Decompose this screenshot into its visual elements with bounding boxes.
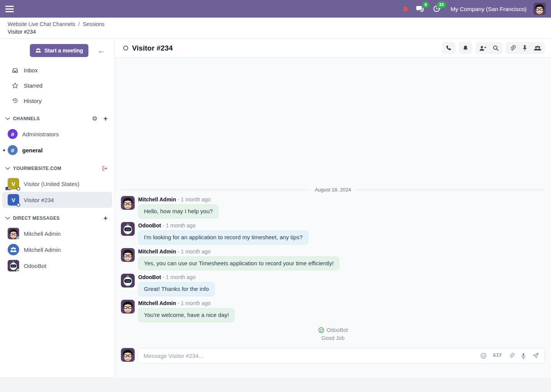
breadcrumb-sessions[interactable]: Sessions — [83, 21, 104, 27]
messages-icon[interactable]: 6 — [415, 4, 425, 14]
chat-title[interactable]: Visitor #234 — [132, 44, 173, 52]
collapse-sidebar-icon[interactable]: ← — [98, 47, 105, 54]
add-dm-icon[interactable]: + — [103, 215, 108, 222]
add-channel-icon[interactable]: + — [103, 115, 108, 122]
sidebar-dm-mitchell-admin[interactable]: Mitchell Admin — [2, 225, 112, 242]
chevron-down-icon[interactable] — [5, 167, 10, 170]
breadcrumb-live-chat-channels[interactable]: Website Live Chat Channels — [8, 21, 75, 27]
message: OdooBot - 1 month ago Great! Thanks for … — [121, 274, 545, 296]
composer-bottom-gap — [115, 364, 551, 378]
avatar-letter: V — [11, 181, 15, 187]
message-author[interactable]: Mitchell Admin — [138, 300, 176, 306]
emoji-icon[interactable] — [480, 353, 487, 359]
start-meeting-button[interactable]: Start a meeting — [30, 44, 88, 57]
company-switcher[interactable]: My Company (San Francisco) — [451, 6, 527, 12]
message-bubble: Yes, you can use our Timesheets applicat… — [138, 256, 339, 271]
chevron-down-icon[interactable] — [5, 217, 10, 220]
content-row: Start a meeting ← Inbox Starred — [0, 38, 551, 378]
sidebar-item-label: Starred — [24, 82, 42, 89]
search-icon[interactable] — [492, 45, 499, 51]
send-icon[interactable] — [532, 352, 539, 359]
channel-label: general — [22, 147, 42, 154]
dm-section-header: DIRECT MESSAGES + — [0, 211, 114, 225]
pin-icon[interactable] — [522, 45, 528, 51]
message-input[interactable] — [138, 353, 480, 359]
message-time: - 1 month ago — [178, 300, 210, 306]
call-button[interactable] — [442, 42, 455, 54]
breadcrumb-separator: / — [78, 21, 80, 27]
message-author[interactable]: OdooBot — [138, 222, 161, 229]
us-flag-icon — [5, 187, 11, 190]
phone-icon — [445, 45, 452, 51]
sidebar-item-history[interactable]: History — [0, 93, 114, 108]
inbox-icon — [11, 67, 18, 73]
message: Mitchell Admin - 1 month ago Hello, how … — [121, 196, 545, 219]
message-time: - 1 month ago — [163, 274, 196, 280]
rating-feedback: OdooBot Good Job — [121, 327, 545, 341]
chat-label: Visitor #234 — [24, 197, 54, 203]
mitchell-avatar[interactable] — [121, 248, 135, 262]
user-avatar[interactable] — [533, 3, 546, 15]
sidebar-item-starred[interactable]: Starred — [0, 78, 114, 93]
dm-label: OdooBot — [24, 263, 46, 269]
chevron-down-icon[interactable] — [5, 117, 10, 120]
sidebar-dm-odoobot[interactable]: OdooBot — [2, 258, 112, 274]
message-bubble: I'm looking for an application to record… — [138, 230, 308, 245]
bottom-strip — [0, 378, 551, 392]
channels-section-header: CHANNELS ⚙ + — [0, 111, 114, 126]
composer-input-wrap: GIF — [138, 348, 545, 364]
message: Mitchell Admin - 1 month ago You're welc… — [121, 300, 545, 322]
message-author[interactable]: Mitchell Admin — [138, 196, 176, 203]
leave-icon[interactable] — [102, 166, 108, 171]
add-user-icon[interactable] — [479, 45, 486, 51]
gif-button[interactable]: GIF — [493, 353, 502, 358]
paperclip-icon[interactable] — [509, 45, 516, 51]
mitchell-avatar[interactable] — [121, 300, 135, 314]
dm-label: Mitchell Admin — [24, 247, 61, 253]
chat-panel: Visitor #234 — [115, 39, 551, 378]
attachments-pins-members-group — [506, 42, 545, 54]
sidebar-channel-administrators[interactable]: # Administrators — [2, 126, 112, 142]
message-author[interactable]: OdooBot — [138, 274, 161, 280]
mic-icon[interactable] — [521, 353, 526, 359]
activities-clock-icon[interactable]: 33 — [432, 4, 442, 14]
messages-badge: 6 — [422, 2, 429, 8]
message-author[interactable]: Mitchell Admin — [138, 248, 176, 255]
mitchell-avatar[interactable] — [121, 196, 135, 210]
visitor-avatar: V — [8, 194, 19, 206]
avatar-letter: V — [11, 197, 15, 203]
breadcrumb-current: Visitor #234 — [8, 29, 543, 35]
meeting-people-icon — [35, 48, 41, 53]
chat-header: Visitor #234 — [115, 39, 551, 58]
discuss-sidebar: Start a meeting ← Inbox Starred — [0, 39, 115, 378]
attach-icon[interactable] — [509, 353, 515, 359]
online-status-icon — [16, 237, 19, 239]
menu-icon[interactable] — [5, 6, 14, 12]
sidebar-channel-general[interactable]: # general — [2, 142, 112, 158]
feedback-note: Good Job — [321, 335, 345, 341]
message: OdooBot - 1 month ago I'm looking for an… — [121, 222, 545, 245]
sidebar-chat-visitor-234[interactable]: V Visitor #234 — [2, 192, 112, 208]
breadcrumb: Website Live Chat Channels / Sessions Vi… — [0, 18, 551, 38]
dm-label: Mitchell Admin — [24, 230, 61, 237]
top-navbar: 6 33 My Company (San Francisco) — [0, 0, 551, 18]
sidebar-chat-visitor-us[interactable]: V Visitor (United States) — [2, 176, 112, 192]
sidebar-dm-mitchell-group[interactable]: Mitchell Admin — [2, 242, 112, 258]
date-divider-label: August 18, 2024 — [315, 187, 351, 193]
members-icon[interactable] — [534, 45, 541, 51]
online-status-icon — [16, 269, 19, 271]
sidebar-item-inbox[interactable]: Inbox — [0, 62, 114, 78]
odoobot-avatar[interactable] — [121, 274, 135, 287]
message-bubble: Great! Thanks for the info — [138, 282, 215, 296]
offline-status-icon — [16, 203, 20, 207]
chat-label: Visitor (United States) — [24, 181, 80, 187]
message: Mitchell Admin - 1 month ago Yes, you ca… — [121, 248, 545, 271]
visitor-avatar: V — [8, 178, 19, 189]
notification-button[interactable] — [459, 42, 472, 54]
status-red-dot-icon — [403, 7, 408, 11]
livechat-section-title: YOURWEBSITE.COM — [13, 166, 102, 171]
unread-dot — [3, 149, 5, 151]
star-icon — [11, 82, 18, 88]
odoobot-avatar[interactable] — [121, 222, 135, 236]
settings-gear-icon[interactable]: ⚙ — [92, 116, 97, 122]
